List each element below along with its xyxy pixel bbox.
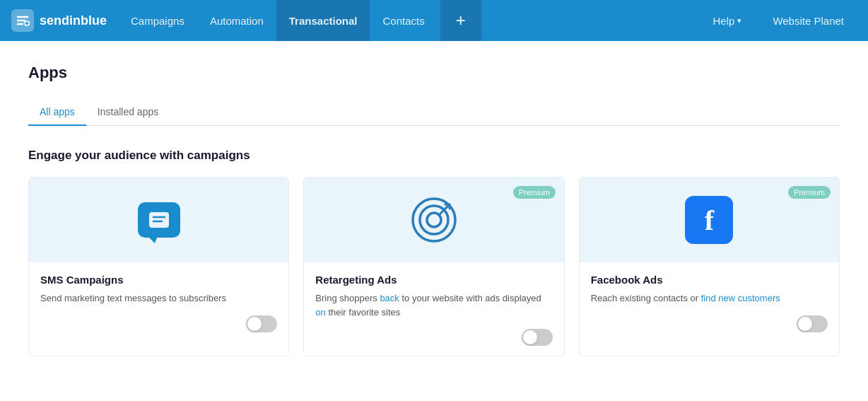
card-retargeting-body: Retargeting Ads Bring shoppers back to y… xyxy=(304,262,563,356)
retargeting-toggle[interactable] xyxy=(522,329,553,346)
card-facebook-image: Premium f xyxy=(580,178,839,262)
card-retargeting-desc: Bring shoppers back to your website with… xyxy=(315,291,552,319)
card-facebook-title: Facebook Ads xyxy=(591,274,828,286)
sms-toggle[interactable] xyxy=(246,315,277,332)
nav-automation[interactable]: Automation xyxy=(197,0,276,41)
card-sms-footer xyxy=(40,315,277,332)
nav-help[interactable]: Help ▾ xyxy=(700,0,755,41)
page-title: Apps xyxy=(28,64,840,82)
main-content: Apps All apps Installed apps Engage your… xyxy=(0,41,868,401)
retargeting-icon xyxy=(409,194,459,245)
facebook-icon: f xyxy=(685,196,733,244)
nav-plus-button[interactable]: + xyxy=(440,0,481,41)
retargeting-premium-badge: Premium xyxy=(513,186,556,199)
nav-website-planet[interactable]: Website Planet xyxy=(760,0,857,41)
help-chevron-icon: ▾ xyxy=(737,16,741,25)
card-sms-image xyxy=(29,178,288,262)
nav-transactional[interactable]: Transactional xyxy=(276,0,370,41)
card-retargeting-title: Retargeting Ads xyxy=(315,274,552,286)
svg-rect-2 xyxy=(149,212,169,228)
nav-contacts[interactable]: Contacts xyxy=(370,0,437,41)
card-sms-desc: Send marketing text messages to subscrib… xyxy=(40,291,277,306)
tab-all-apps[interactable]: All apps xyxy=(28,99,86,126)
card-sms-campaigns: SMS Campaigns Send marketing text messag… xyxy=(28,177,289,356)
nav-campaigns[interactable]: Campaigns xyxy=(118,0,197,41)
card-sms-title: SMS Campaigns xyxy=(40,274,277,286)
card-facebook: Premium f Facebook Ads Reach existing co… xyxy=(579,177,840,356)
section-title: Engage your audience with campaigns xyxy=(28,149,840,163)
card-retargeting-image: Premium xyxy=(304,178,563,262)
tabs-bar: All apps Installed apps xyxy=(28,99,840,126)
card-sms-body: SMS Campaigns Send marketing text messag… xyxy=(29,262,288,342)
apps-grid: SMS Campaigns Send marketing text messag… xyxy=(28,177,840,356)
brand-logo[interactable]: sendinblue xyxy=(11,9,107,32)
brand-icon xyxy=(11,9,34,32)
card-facebook-desc: Reach existing contacts or find new cust… xyxy=(591,291,828,306)
tab-installed-apps[interactable]: Installed apps xyxy=(86,99,170,126)
facebook-premium-badge: Premium xyxy=(788,186,831,199)
card-retargeting: Premium Retargeting Ads Bring sho xyxy=(303,177,564,356)
facebook-toggle[interactable] xyxy=(797,315,828,332)
navbar: sendinblue Campaigns Automation Transact… xyxy=(0,0,868,41)
nav-right: Help ▾ Website Planet xyxy=(700,0,857,41)
card-facebook-body: Facebook Ads Reach existing contacts or … xyxy=(580,262,839,342)
sms-icon xyxy=(138,202,180,238)
card-retargeting-footer xyxy=(315,329,552,346)
brand-name: sendinblue xyxy=(40,13,107,28)
card-facebook-footer xyxy=(591,315,828,332)
